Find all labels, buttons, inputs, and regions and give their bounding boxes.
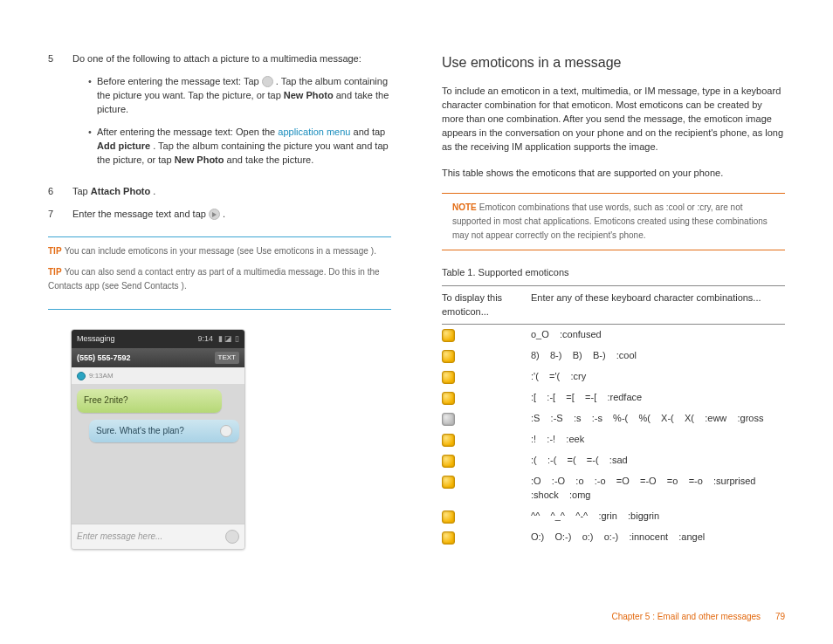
- step-6: 6 Tap Attach Photo .: [48, 185, 391, 199]
- step-number: 5: [48, 52, 72, 176]
- chapter-label: Chapter 5 : Email and other messages: [611, 612, 761, 621]
- tip-label: TIP: [48, 246, 62, 256]
- phone-thread-time: 9:13AM: [72, 367, 244, 385]
- text: Tap: [72, 186, 91, 196]
- phone-statusbar: Messaging 9:14 ▮ ◪ ▯: [72, 330, 244, 348]
- tip-link[interactable]: Use emoticons in a message: [256, 246, 368, 256]
- table-header-cell: Enter any of these keyboard character co…: [531, 291, 785, 319]
- phone-number: (555) 555-7592: [77, 353, 215, 364]
- table-body: o_O :confused8) 8-) B) B-) :cool:'( ='( …: [442, 325, 785, 548]
- bold-text: Attach Photo: [91, 186, 150, 196]
- tip-text: You can include emoticons in your messag…: [65, 246, 257, 256]
- emoticon-icon: [442, 350, 455, 363]
- presence-dot-icon: [77, 372, 86, 380]
- application-menu-link[interactable]: application menu: [278, 127, 350, 137]
- tip-text: You can also send a contact entry as par…: [48, 267, 380, 291]
- step-5-lead: Do one of the following to attach a pict…: [72, 52, 391, 66]
- text: After entering the message text: Open th…: [97, 127, 278, 137]
- step-5: 5 Do one of the following to attach a pi…: [48, 52, 391, 176]
- message-bubble-incoming: Free 2nite?: [77, 389, 222, 413]
- table-row: 8) 8-) B) B-) :cool: [442, 346, 785, 367]
- emoticon-combinations: o_O :confused: [531, 328, 785, 342]
- tip-text: ).: [371, 246, 376, 256]
- table-row: :! :-! :eek: [442, 429, 785, 450]
- photo-icon: [262, 76, 273, 87]
- thread-time-text: 9:13AM: [89, 371, 114, 381]
- paragraph: This table shows the emoticons that are …: [442, 167, 785, 181]
- table-row: :[ :-[ =[ =-[ :redface: [442, 387, 785, 408]
- emoticon-combinations: :'( ='( :cry: [531, 370, 785, 384]
- step-number: 7: [48, 208, 72, 222]
- divider: [48, 236, 391, 237]
- note-text: Emoticon combinations that use words, su…: [452, 202, 768, 240]
- section-heading: Use emoticons in a message: [442, 52, 785, 72]
- emoticon-icon: [442, 392, 455, 405]
- phone-input-bar: Enter message here...: [72, 524, 244, 549]
- emoticon-combinations: ^^ ^_^ ^-^ :grin :biggrin: [531, 510, 785, 524]
- divider: [48, 309, 391, 310]
- phone-clock: 9:14: [197, 333, 213, 345]
- phone-app-title: Messaging: [77, 333, 197, 345]
- tip-2: TIP You can also send a contact entry as…: [48, 265, 391, 293]
- table-row: :( :-( =( =-( :sad: [442, 450, 785, 471]
- emoticon-icon: [442, 476, 455, 489]
- emoticon-combinations: :S :-S :s :-s %-( %( X-( X( :eww :gross: [531, 412, 785, 426]
- message-status-icon: [220, 425, 232, 437]
- note-label: NOTE: [452, 202, 477, 212]
- left-column: 5 Do one of the following to attach a pi…: [48, 52, 391, 550]
- bullet-icon: •: [88, 75, 97, 117]
- send-icon: [209, 209, 220, 220]
- table-row: O:) O:-) o:) o:-) :innocent :angel: [442, 527, 785, 548]
- table-row: :S :-S :s :-s %-( %( X-( X( :eww :gross: [442, 408, 785, 429]
- message-text: Sure. What's the plan?: [96, 425, 184, 438]
- emoticon-icon: [442, 434, 455, 447]
- text-badge: TEXT: [215, 352, 239, 364]
- emoticon-combinations: :( :-( =( =-( :sad: [531, 454, 785, 468]
- table-caption: Table 1. Supported emoticons: [442, 266, 785, 280]
- page-footer: Chapter 5 : Email and other messages 79: [611, 611, 785, 624]
- emoticon-combinations: :[ :-[ =[ =-[ :redface: [531, 391, 785, 405]
- tip-link[interactable]: Send Contacts: [121, 281, 179, 291]
- bold-text: New Photo: [284, 90, 334, 100]
- emoticon-combinations: 8) 8-) B) B-) :cool: [531, 349, 785, 363]
- text: Enter the message text and tap: [72, 209, 209, 219]
- text: and tap: [354, 127, 386, 137]
- phone-screenshot: Messaging 9:14 ▮ ◪ ▯ (555) 555-7592 TEXT…: [71, 329, 245, 550]
- right-column: Use emoticons in a message To include an…: [442, 52, 785, 550]
- tip-label: TIP: [48, 267, 62, 277]
- phone-messages: Free 2nite? Sure. What's the plan?: [72, 384, 244, 524]
- text: Before entering the message text: Tap: [97, 76, 262, 86]
- text: .: [223, 209, 225, 219]
- text: .: [153, 186, 155, 196]
- text: and take the picture.: [227, 154, 314, 165]
- bullet-icon: •: [88, 126, 97, 168]
- step-number: 6: [48, 185, 72, 199]
- emoticon-combinations: :O :-O :o :-o =O =-O =o =-o :surprised :…: [531, 475, 785, 503]
- emoticon-icon: [442, 510, 455, 524]
- phone-header-bar: (555) 555-7592 TEXT: [72, 348, 244, 367]
- emoticon-icon: [442, 371, 455, 384]
- step-7: 7 Enter the message text and tap .: [48, 208, 391, 222]
- table-row: :O :-O :o :-o =O =-O =o =-o :surprised :…: [442, 471, 785, 506]
- note-box: NOTE Emoticon combinations that use word…: [442, 193, 785, 250]
- message-input-placeholder[interactable]: Enter message here...: [77, 531, 225, 544]
- table-header-cell: To display this emoticon...: [442, 291, 531, 319]
- emoticon-icon: [442, 329, 455, 342]
- step-5-sub-2: • After entering the message text: Open …: [88, 126, 391, 168]
- page-number: 79: [775, 612, 785, 621]
- attach-icon[interactable]: [225, 530, 239, 544]
- table-row: :'( ='( :cry: [442, 367, 785, 387]
- signal-icons: ▮ ◪ ▯: [218, 333, 239, 345]
- tip-text: ).: [182, 281, 187, 291]
- emoticon-combinations: :! :-! :eek: [531, 433, 785, 447]
- emoticon-icon: [442, 413, 455, 426]
- emoticon-icon: [442, 455, 455, 468]
- table-row: o_O :confused: [442, 325, 785, 346]
- paragraph: To include an emoticon in a text, multim…: [442, 85, 785, 154]
- bold-text: Add picture: [97, 140, 150, 151]
- message-bubble-outgoing: Sure. What's the plan?: [89, 420, 239, 443]
- tip-1: TIP You can include emoticons in your me…: [48, 244, 391, 258]
- bold-text: New Photo: [175, 154, 224, 165]
- emoticon-combinations: O:) O:-) o:) o:-) :innocent :angel: [531, 531, 785, 545]
- emoticon-icon: [442, 531, 455, 545]
